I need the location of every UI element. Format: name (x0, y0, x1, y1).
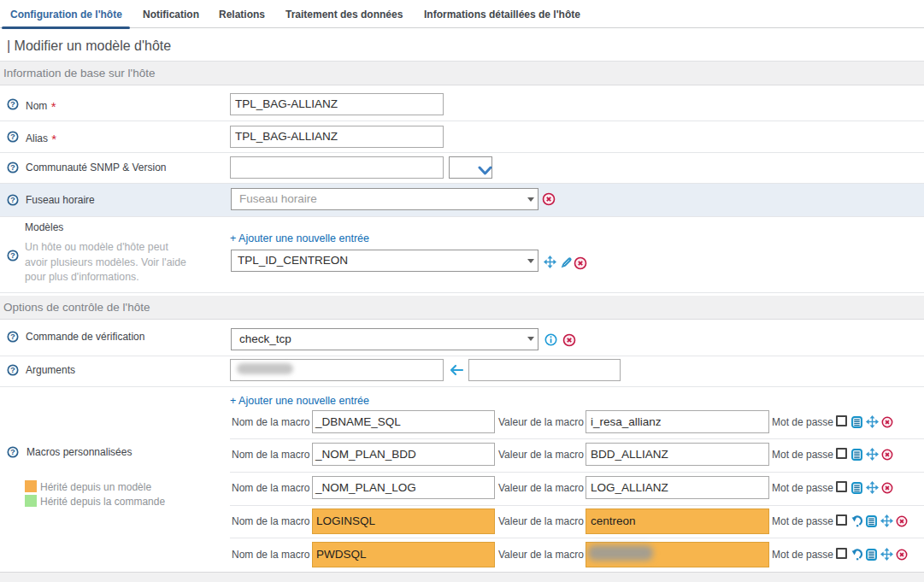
svg-text:?: ? (10, 99, 15, 109)
svg-text:?: ? (10, 365, 15, 374)
svg-text:?: ? (10, 332, 15, 341)
svg-text:?: ? (10, 162, 15, 172)
svg-text:?: ? (10, 132, 15, 141)
svg-text:?: ? (10, 195, 15, 204)
svg-text:?: ? (10, 447, 15, 456)
svg-text:?: ? (10, 250, 15, 260)
